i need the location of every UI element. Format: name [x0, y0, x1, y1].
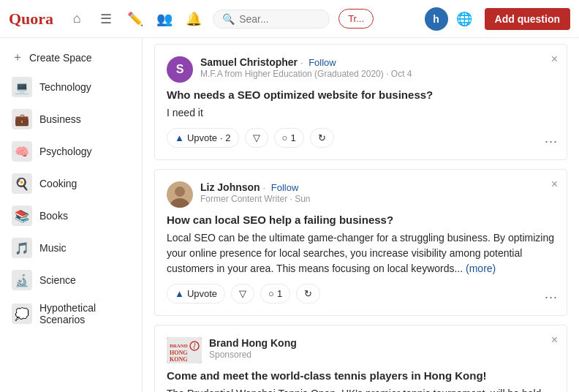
card-2-actions: ▲ Upvote ▽ ○ 1 ↻: [167, 284, 555, 304]
card-2-share-button[interactable]: ↻: [296, 284, 320, 304]
close-card-1-button[interactable]: ×: [551, 53, 558, 65]
sidebar-label-books: Books: [39, 210, 68, 222]
comment-icon: ○: [282, 132, 288, 143]
card-1-actions: ▲ Upvote · 2 ▽ ○ 1 ↻: [167, 128, 555, 148]
sidebar-item-psychology[interactable]: 🧠 Psychology: [0, 135, 142, 167]
card-1-author-name: Samuel Christopher: [200, 56, 298, 68]
sidebar-label-cooking: Cooking: [39, 178, 77, 189]
upvote-icon-2: ▲: [175, 288, 184, 299]
card-1-follow-button[interactable]: Follow: [309, 57, 336, 68]
psychology-icon: 🧠: [12, 141, 32, 162]
sidebar-label-hypothetical: Hypothetical Scenarios: [39, 302, 130, 325]
main-feed: × S Samuel Christopher · Follow M.F.A fr…: [143, 38, 579, 392]
card-3-body: The Prudential Wanchai Tennis Open, HK's…: [167, 386, 555, 392]
upvote-label-2: Upvote: [187, 288, 217, 299]
sidebar-item-music[interactable]: 🎵 Music: [0, 232, 142, 264]
sidebar-item-books[interactable]: 📚 Books: [0, 200, 142, 232]
spaces-icon[interactable]: 👥: [151, 6, 178, 32]
books-icon: 📚: [12, 206, 32, 226]
share-icon-2: ↻: [304, 288, 312, 299]
card-2-follow-button[interactable]: Follow: [271, 182, 299, 193]
share-icon: ↻: [318, 132, 326, 143]
card-3-author-info: Brand Hong Kong Sponsored: [209, 337, 555, 360]
avatar-image: [167, 181, 193, 208]
sidebar-label-music: Music: [39, 242, 67, 254]
comment-count: 1: [290, 132, 295, 143]
feed-card-2: × Liz Johnson · Follow Former Content Wr…: [154, 169, 567, 316]
card-2-comment-button[interactable]: ○ 1: [260, 284, 290, 304]
create-icon[interactable]: ✏️: [122, 6, 148, 32]
feed-icon[interactable]: ☰: [93, 6, 119, 32]
create-space-button[interactable]: ＋ Create Space: [0, 44, 142, 71]
author-separator: ·: [300, 57, 306, 68]
card-2-downvote-button[interactable]: ▽: [231, 284, 254, 304]
close-card-3-button[interactable]: ×: [551, 334, 558, 346]
sidebar-label-science: Science: [39, 274, 76, 286]
card-2-author-info: Liz Johnson · Follow Former Content Writ…: [200, 181, 555, 204]
card-2-author-name: Liz Johnson: [200, 181, 260, 193]
try-button[interactable]: Tr...: [338, 9, 374, 29]
card-3-sponsored-badge: Sponsored: [209, 350, 555, 360]
card-2-avatar: [167, 181, 193, 208]
separator2: ·: [263, 182, 268, 193]
sidebar-item-cooking[interactable]: 🍳 Cooking: [0, 167, 142, 200]
card-1-avatar: S: [167, 56, 193, 83]
search-input[interactable]: [239, 13, 319, 25]
card-2-answer: Local SEO can be the ultimate game-chang…: [167, 230, 555, 276]
top-navigation: Quora ⌂ ☰ ✏️ 👥 🔔 🔍 Tr... h 🌐 Add questio…: [0, 0, 579, 38]
upvote-icon: ▲: [175, 132, 184, 143]
quora-logo: Quora: [9, 10, 53, 29]
upvote-label: Upvote: [187, 132, 217, 143]
svg-text:HONG: HONG: [170, 350, 187, 356]
comment-count-2: 1: [277, 288, 282, 299]
technology-icon: 💻: [12, 77, 32, 97]
close-card-2-button[interactable]: ×: [551, 178, 558, 190]
card-3-headline: Come and meet the world-class tennis pla…: [167, 369, 555, 382]
notifications-icon[interactable]: 🔔: [181, 6, 207, 32]
business-icon: 💼: [12, 109, 32, 129]
science-icon: 🔬: [12, 270, 32, 290]
sidebar-item-business[interactable]: 💼 Business: [0, 103, 142, 135]
card-2-question: How can local SEO help a failing busines…: [167, 214, 555, 226]
sidebar-item-technology[interactable]: 💻 Technology: [0, 71, 142, 103]
home-icon[interactable]: ⌂: [64, 6, 90, 32]
sidebar-label-psychology: Psychology: [39, 146, 92, 157]
card-1-downvote-button[interactable]: ▽: [245, 128, 268, 148]
add-question-button[interactable]: Add question: [485, 8, 570, 30]
svg-point-1: [175, 186, 185, 197]
feed-card-1: × S Samuel Christopher · Follow M.F.A fr…: [154, 44, 567, 160]
card-2-header: Liz Johnson · Follow Former Content Writ…: [167, 181, 555, 208]
profile-avatar[interactable]: h: [425, 7, 448, 31]
card-1-author-info: Samuel Christopher · Follow M.F.A from H…: [200, 56, 555, 79]
card-3-logo: BRAND HONG KONG: [167, 337, 202, 363]
card-2-upvote-button[interactable]: ▲ Upvote: [167, 284, 225, 304]
card-3-header: BRAND HONG KONG Brand Hong Kong Sponsore…: [167, 337, 555, 363]
main-layout: ＋ Create Space 💻 Technology 💼 Business 🧠…: [0, 38, 579, 392]
card-1-more-button[interactable]: ···: [545, 134, 558, 149]
cooking-icon: 🍳: [12, 173, 32, 194]
globe-icon[interactable]: 🌐: [451, 6, 477, 32]
music-icon: 🎵: [12, 238, 32, 258]
create-space-label: Create Space: [29, 52, 92, 64]
card-1-share-button[interactable]: ↻: [310, 128, 334, 148]
sidebar-item-hypothetical-scenarios[interactable]: 💭 Hypothetical Scenarios: [0, 296, 142, 331]
card-1-comment-button[interactable]: ○ 1: [274, 128, 304, 148]
svg-text:BRAND: BRAND: [170, 343, 188, 349]
card-2-more-button[interactable]: ···: [545, 290, 558, 305]
card-1-header: S Samuel Christopher · Follow M.F.A from…: [167, 56, 555, 83]
svg-text:KONG: KONG: [170, 356, 187, 363]
search-box: 🔍: [213, 10, 330, 29]
card-3-author-name: Brand Hong Kong: [209, 337, 297, 349]
card-1-author-meta: M.F.A from Higher Education (Graduated 2…: [200, 69, 555, 79]
downvote-icon-2: ▽: [239, 288, 246, 299]
comment-icon-2: ○: [268, 288, 274, 299]
sidebar: ＋ Create Space 💻 Technology 💼 Business 🧠…: [0, 38, 143, 392]
card-2-more-link[interactable]: (more): [466, 263, 496, 274]
card-2-author-meta: Former Content Writer · Sun: [200, 194, 555, 204]
card-1-upvote-button[interactable]: ▲ Upvote · 2: [167, 128, 239, 148]
upvote-count: · 2: [220, 132, 230, 143]
card-1-question: Who needs a SEO optimized website for bu…: [167, 88, 555, 101]
search-icon: 🔍: [222, 13, 235, 25]
hypothetical-icon: 💭: [12, 304, 32, 324]
sidebar-item-science[interactable]: 🔬 Science: [0, 264, 142, 296]
